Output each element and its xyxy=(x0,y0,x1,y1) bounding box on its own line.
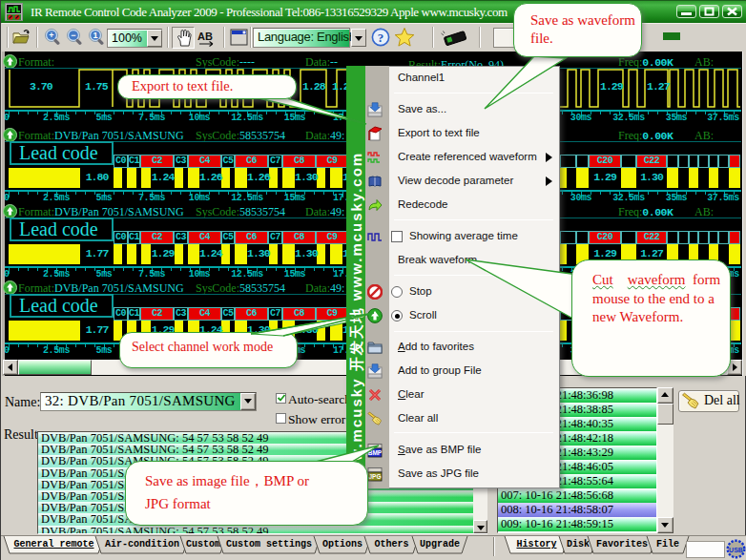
svg-text:www.mcusky 开发天地 www.mcusky.com: www.mcusky 开发天地 www.mcusky.com xyxy=(348,152,364,487)
svg-text:JPG: JPG xyxy=(368,473,381,480)
svg-text:BMP: BMP xyxy=(368,449,383,456)
svg-text:USB: USB xyxy=(729,547,743,553)
